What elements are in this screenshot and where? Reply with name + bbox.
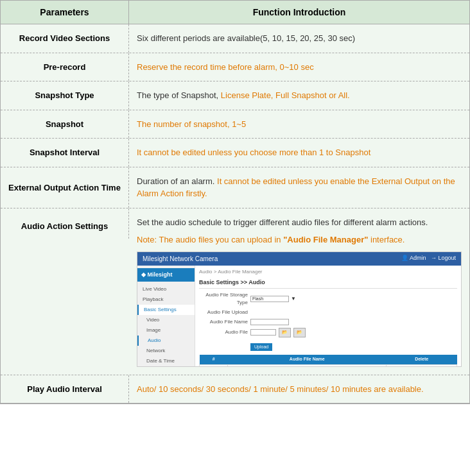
screenshot-form-label: Audio File Storage Type xyxy=(199,291,250,307)
screenshot-logo: ◆ Milesight xyxy=(137,268,195,282)
func-note-bold: "Audio File Manager" xyxy=(283,235,368,244)
screenshot-embed: Milesight Network Camera 👤 Admin → Logou… xyxy=(137,251,462,367)
table-row: Play Audio Interval Auto/ 10 seconds/ 30… xyxy=(1,375,469,404)
table-row: Record Video Sections Six different peri… xyxy=(1,24,469,53)
table-header: Parameters Function Introduction xyxy=(1,1,469,24)
screenshot-browse-btn2: 📂 xyxy=(293,328,306,337)
param-snapshot-interval: Snapshot Interval xyxy=(1,139,129,167)
screenshot-section-title: Basic Settings >> Audio xyxy=(199,278,457,289)
func-play-audio-interval: Auto/ 10 seconds/ 30 seconds/ 1 minute/ … xyxy=(129,375,469,404)
screenshot-table-header: Audio File Name xyxy=(228,355,387,364)
screenshot-sidebar-item: Video xyxy=(137,315,195,325)
param-snapshot-type: Snapshot Type xyxy=(1,81,129,110)
func-text-orange: The number of snapshot, 1~5 xyxy=(137,119,246,129)
screenshot-body: ◆ Milesight Live Video Playback Basic Se… xyxy=(137,266,461,367)
screenshot-sidebar-item: Playback xyxy=(137,294,195,305)
func-text-orange: License Plate, Full Snapshot or All. xyxy=(221,90,350,100)
table-row: Pre-record Reserve the record time befor… xyxy=(1,53,469,82)
screenshot-table-cell: 1 xyxy=(200,364,228,367)
screenshot-form-label: Audio File Upload xyxy=(199,309,250,316)
screenshot-table-row: 1 Milesight1 ✕ xyxy=(200,364,457,367)
param-snapshot: Snapshot xyxy=(1,110,129,139)
func-note-end: interface. xyxy=(368,235,405,244)
func-text-plain: The type of Snapshot, xyxy=(137,90,221,100)
screenshot-browse-btn: 📂 xyxy=(279,328,291,337)
func-note: Note: The audio files you can upload in xyxy=(137,235,283,244)
param-play-audio-interval: Play Audio Interval xyxy=(1,375,129,404)
func-snapshot: The number of snapshot, 1~5 xyxy=(129,110,469,139)
screenshot-breadcrumb: Audio > Audio File Manager xyxy=(199,268,457,276)
param-audio-action-settings: Audio Action Settings xyxy=(1,208,129,239)
screenshot-sidebar-item: Date & Time xyxy=(137,356,195,366)
func-text-orange: Auto/ 10 seconds/ 30 seconds/ 1 minute/ … xyxy=(137,384,424,394)
func-record-video-sections: Six different periods are available(5, 1… xyxy=(129,24,469,53)
screenshot-file-input xyxy=(250,329,276,336)
screenshot-title-text: Milesight Network Camera xyxy=(143,254,218,264)
screenshot-form-row: Audio File 📂 📂 xyxy=(199,328,457,337)
screenshot-sidebar-item-audio: Audio xyxy=(137,336,195,346)
header-params: Parameters xyxy=(1,1,129,24)
func-line1: Set the audio schedule to trigger differ… xyxy=(137,216,462,229)
screenshot-table-cell: Milesight1 xyxy=(228,364,387,367)
func-snapshot-type: The type of Snapshot, License Plate, Ful… xyxy=(129,81,469,110)
screenshot-form-input: Flash xyxy=(250,296,289,302)
screenshot-sidebar-item-basic-settings: Basic Settings xyxy=(137,305,195,315)
screenshot-main-content: Audio > Audio File Manager Basic Setting… xyxy=(195,266,461,367)
func-note-line: Note: The audio files you can upload in … xyxy=(137,234,462,246)
main-table: Parameters Function Introduction Record … xyxy=(0,0,470,404)
param-record-video-sections: Record Video Sections xyxy=(1,24,129,53)
screenshot-sidebar-item: Image xyxy=(137,325,195,336)
func-snapshot-interval: It cannot be edited unless you choose mo… xyxy=(129,139,469,167)
screenshot-file-row: 📂 📂 xyxy=(250,328,306,337)
screenshot-titlebar: Milesight Network Camera 👤 Admin → Logou… xyxy=(137,252,461,266)
screenshot-form-row: Audio File Name xyxy=(199,318,457,326)
func-pre-record: Reserve the record time before alarm, 0~… xyxy=(129,53,469,81)
screenshot-table-cell: ✕ xyxy=(387,364,457,367)
screenshot-form-label: Audio File xyxy=(199,328,250,336)
screenshot-sidebar: ◆ Milesight Live Video Playback Basic Se… xyxy=(137,266,195,367)
func-text-plain: Duration of an alarm. xyxy=(137,176,217,186)
table-row: Snapshot Type The type of Snapshot, Lice… xyxy=(1,81,469,110)
screenshot-form-row: Audio File Storage Type Flash ▼ xyxy=(199,291,457,307)
screenshot-form-label: Audio File Name xyxy=(199,318,250,326)
func-text-orange: Reserve the record time before alarm, 0~… xyxy=(137,62,314,72)
screenshot-title-right: 👤 Admin → Logout xyxy=(401,254,456,263)
screenshot-upload-btn: Upload xyxy=(250,343,272,352)
screenshot-sidebar-item: Advanced Settings xyxy=(137,366,195,367)
screenshot-table: # Audio File Name Delete 1 Milesight1 ✕ xyxy=(199,355,457,367)
header-func: Function Introduction xyxy=(129,1,469,24)
screenshot-table-header: # xyxy=(200,355,228,364)
func-text: Six different periods are available(5, 1… xyxy=(137,33,355,43)
table-row: External Output Action Time Duration of … xyxy=(1,167,469,208)
screenshot-table-header: Delete xyxy=(387,355,457,364)
param-external-output: External Output Action Time xyxy=(1,167,129,208)
func-external-output: Duration of an alarm. It cannot be edite… xyxy=(129,167,469,208)
table-row: Snapshot Interval It cannot be edited un… xyxy=(1,139,469,167)
screenshot-form-input-name xyxy=(250,319,289,325)
func-audio-action-settings: Set the audio schedule to trigger differ… xyxy=(129,208,469,375)
func-text-orange: It cannot be edited unless you choose mo… xyxy=(137,148,370,157)
screenshot-sidebar-item: Live Video xyxy=(137,284,195,294)
screenshot-sidebar-item: Network xyxy=(137,346,195,356)
table-row: Snapshot The number of snapshot, 1~5 xyxy=(1,110,469,139)
screenshot-form-row: Audio File Upload xyxy=(199,309,457,316)
param-pre-record: Pre-record xyxy=(1,53,129,81)
table-row: Audio Action Settings Set the audio sche… xyxy=(1,208,469,375)
